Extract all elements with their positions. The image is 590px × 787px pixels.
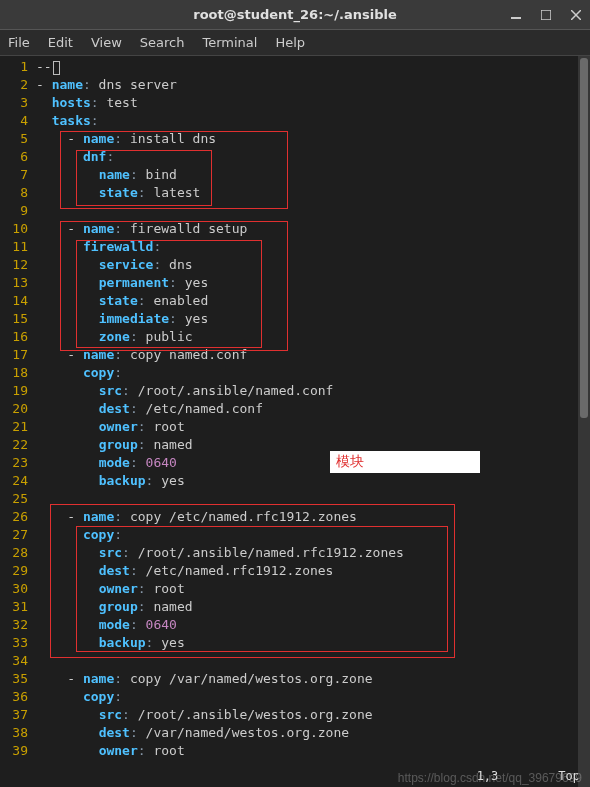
line-number: 23 bbox=[0, 454, 36, 472]
line-number: 34 bbox=[0, 652, 36, 670]
line-number: 28 bbox=[0, 544, 36, 562]
scrollbar-thumb[interactable] bbox=[580, 58, 588, 418]
scroll-position: Top bbox=[558, 767, 580, 785]
line-number: 35 bbox=[0, 670, 36, 688]
minimize-button[interactable] bbox=[510, 9, 522, 21]
vim-status: 1,3 Top bbox=[477, 767, 580, 785]
line-number: 7 bbox=[0, 166, 36, 184]
titlebar: root@student_26:~/.ansible bbox=[0, 0, 590, 30]
line-number: 8 bbox=[0, 184, 36, 202]
line-number: 16 bbox=[0, 328, 36, 346]
line-number: 30 bbox=[0, 580, 36, 598]
menu-edit[interactable]: Edit bbox=[48, 35, 73, 50]
line-number: 25 bbox=[0, 490, 36, 508]
line-number: 11 bbox=[0, 238, 36, 256]
line-number: 18 bbox=[0, 364, 36, 382]
menu-terminal[interactable]: Terminal bbox=[202, 35, 257, 50]
line-number: 19 bbox=[0, 382, 36, 400]
line-number: 24 bbox=[0, 472, 36, 490]
line-number: 29 bbox=[0, 562, 36, 580]
svg-rect-1 bbox=[541, 10, 551, 20]
annotation-label: 模块 bbox=[330, 451, 480, 473]
line-number: 15 bbox=[0, 310, 36, 328]
menu-search[interactable]: Search bbox=[140, 35, 185, 50]
line-number: 6 bbox=[0, 148, 36, 166]
line-number: 20 bbox=[0, 400, 36, 418]
line-number: 2 bbox=[0, 76, 36, 94]
line-number: 21 bbox=[0, 418, 36, 436]
svg-rect-0 bbox=[511, 17, 521, 19]
line-number: 1 bbox=[0, 58, 36, 76]
line-number: 33 bbox=[0, 634, 36, 652]
menubar: File Edit View Search Terminal Help bbox=[0, 30, 590, 56]
scrollbar[interactable] bbox=[578, 56, 590, 787]
editor-area[interactable]: 1-- 2- name: dns server 3 hosts: test 4 … bbox=[0, 56, 590, 787]
line-number: 9 bbox=[0, 202, 36, 220]
window-title: root@student_26:~/.ansible bbox=[193, 7, 396, 22]
line-number: 14 bbox=[0, 292, 36, 310]
line-number: 3 bbox=[0, 94, 36, 112]
line-number: 17 bbox=[0, 346, 36, 364]
line-number: 36 bbox=[0, 688, 36, 706]
menu-file[interactable]: File bbox=[8, 35, 30, 50]
line-number: 4 bbox=[0, 112, 36, 130]
line-number: 38 bbox=[0, 724, 36, 742]
line-number: 37 bbox=[0, 706, 36, 724]
line-number: 26 bbox=[0, 508, 36, 526]
line-number: 27 bbox=[0, 526, 36, 544]
line-number: 22 bbox=[0, 436, 36, 454]
line-number: 10 bbox=[0, 220, 36, 238]
maximize-button[interactable] bbox=[540, 9, 552, 21]
menu-view[interactable]: View bbox=[91, 35, 122, 50]
line-number: 39 bbox=[0, 742, 36, 760]
cursor bbox=[53, 61, 60, 75]
cursor-position: 1,3 bbox=[477, 767, 499, 785]
menu-help[interactable]: Help bbox=[275, 35, 305, 50]
line-number: 13 bbox=[0, 274, 36, 292]
line-number: 5 bbox=[0, 130, 36, 148]
line-number: 31 bbox=[0, 598, 36, 616]
line-number: 12 bbox=[0, 256, 36, 274]
close-button[interactable] bbox=[570, 9, 582, 21]
line-number: 32 bbox=[0, 616, 36, 634]
